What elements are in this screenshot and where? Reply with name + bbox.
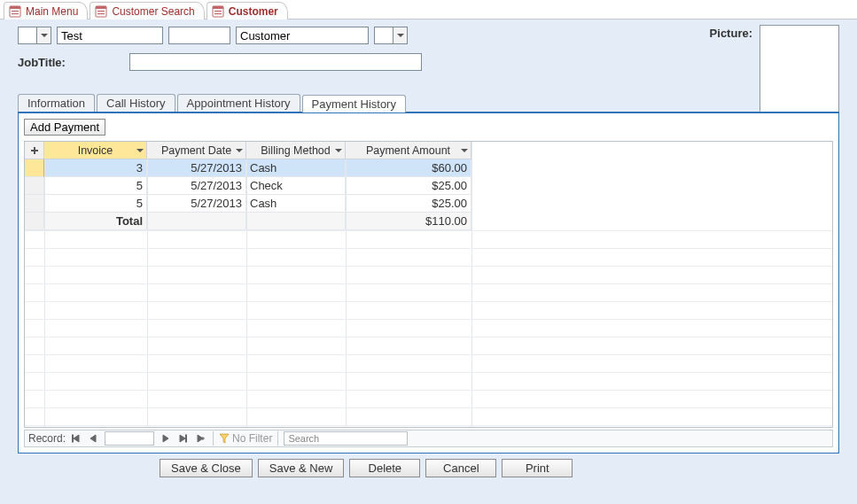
col-label: Billing Method [261, 144, 331, 157]
cell-amount[interactable]: $25.00 [346, 195, 471, 213]
grid-header-row: Invoice Payment Date Billing Method Paym… [25, 142, 832, 159]
nav-last-icon[interactable] [175, 431, 190, 446]
svg-marker-13 [397, 34, 404, 37]
nav-next-icon[interactable] [158, 431, 172, 446]
row-selector[interactable] [25, 195, 44, 213]
svg-marker-14 [31, 147, 38, 154]
detail-tabs: Information Call History Appointment His… [18, 94, 839, 454]
total-blank [246, 213, 346, 230]
funnel-icon [219, 433, 230, 444]
grid-body: 35/27/2013Cash$60.0055/27/2013Check$25.0… [25, 159, 832, 213]
col-invoice[interactable]: Invoice [44, 142, 147, 159]
cell-amount[interactable]: $60.00 [346, 159, 471, 177]
customer-form: Picture: JobTitle: Information Call Hist… [0, 19, 857, 504]
total-label: Total [44, 213, 147, 230]
nav-first-icon[interactable] [69, 431, 83, 446]
col-label: Payment Date [161, 144, 231, 157]
print-button[interactable]: Print [502, 459, 573, 477]
record-label: Record: [28, 432, 66, 445]
chevron-down-icon[interactable] [335, 144, 342, 157]
cancel-button[interactable]: Cancel [425, 459, 496, 477]
cell-amount[interactable]: $25.00 [346, 177, 471, 195]
window-tab-strip: Main Menu Customer Search Customer [0, 0, 857, 19]
col-billing-method[interactable]: Billing Method [246, 142, 346, 159]
svg-rect-6 [97, 11, 105, 12]
tab-customer[interactable]: Customer [206, 2, 288, 19]
table-row[interactable]: 35/27/2013Cash$60.00 [25, 159, 832, 177]
nav-prev-icon[interactable] [87, 431, 101, 446]
svg-rect-11 [214, 13, 222, 14]
title-combo[interactable] [18, 27, 51, 44]
title-input[interactable] [19, 27, 36, 43]
record-number-input[interactable] [105, 431, 154, 446]
chevron-down-icon[interactable] [236, 144, 243, 157]
total-amount: $110.00 [346, 213, 471, 230]
col-payment-date[interactable]: Payment Date [147, 142, 246, 159]
payment-history-pane: Add Payment Invoice [18, 112, 839, 454]
cell-method[interactable]: Check [246, 177, 346, 195]
last-name-input[interactable] [236, 27, 369, 44]
form-icon [212, 5, 224, 18]
tab-label: Main Menu [26, 5, 78, 18]
cell-invoice[interactable]: 5 [44, 177, 147, 195]
table-row[interactable]: 55/27/2013Check$25.00 [25, 177, 832, 195]
search-placeholder: Search [288, 433, 319, 444]
tab-appointment-history[interactable]: Appointment History [177, 94, 300, 112]
middle-name-input[interactable] [168, 27, 230, 44]
select-all-icon [31, 147, 38, 154]
svg-rect-24 [186, 435, 188, 442]
svg-rect-7 [97, 13, 105, 14]
cell-invoice[interactable]: 5 [44, 195, 147, 213]
chevron-down-icon[interactable] [136, 144, 144, 157]
picture-area: Picture: [710, 25, 839, 113]
payments-grid: Invoice Payment Date Billing Method Paym… [24, 141, 833, 428]
cell-method[interactable]: Cash [246, 159, 346, 177]
separator [213, 431, 214, 446]
record-search-input[interactable]: Search [284, 431, 408, 446]
jobtitle-label: JobTitle: [18, 56, 124, 69]
row-selector[interactable] [25, 213, 44, 230]
tab-label: Customer [229, 5, 278, 18]
row-selector-header[interactable] [25, 142, 44, 159]
grid-empty-area [25, 230, 832, 427]
record-navigator: Record: No Filter Search [24, 430, 833, 447]
save-new-button[interactable]: Save & New [258, 459, 345, 477]
tab-information[interactable]: Information [18, 94, 95, 112]
cell-invoice[interactable]: 3 [44, 159, 147, 177]
nav-new-icon[interactable] [193, 431, 207, 446]
table-row[interactable]: 55/27/2013Cash$25.00 [25, 195, 832, 213]
jobtitle-input[interactable] [129, 53, 422, 71]
svg-rect-5 [96, 6, 106, 9]
svg-marker-16 [236, 149, 243, 152]
suffix-input[interactable] [375, 27, 393, 43]
col-payment-amount[interactable]: Payment Amount [346, 142, 471, 159]
cell-date[interactable]: 5/27/2013 [147, 195, 246, 213]
suffix-combo[interactable] [374, 27, 408, 44]
row-selector[interactable] [25, 177, 44, 195]
chevron-down-icon[interactable] [393, 27, 407, 43]
tab-payment-history[interactable]: Payment History [302, 95, 406, 112]
cell-date[interactable]: 5/27/2013 [147, 177, 246, 195]
filter-indicator[interactable]: No Filter [219, 432, 272, 445]
row-selector[interactable] [25, 159, 44, 177]
svg-marker-17 [335, 149, 342, 152]
svg-marker-15 [136, 149, 144, 152]
svg-marker-21 [90, 435, 96, 442]
chevron-down-icon[interactable] [461, 144, 468, 157]
svg-rect-1 [10, 6, 20, 9]
delete-button[interactable]: Delete [349, 459, 420, 477]
tab-main-menu[interactable]: Main Menu [4, 2, 88, 19]
picture-label: Picture: [710, 25, 752, 40]
cell-method[interactable]: Cash [246, 195, 346, 213]
save-close-button[interactable]: Save & Close [160, 459, 253, 477]
add-payment-button[interactable]: Add Payment [24, 119, 105, 136]
col-label: Payment Amount [366, 144, 450, 157]
first-name-input[interactable] [57, 27, 163, 44]
chevron-down-icon[interactable] [36, 27, 51, 43]
svg-rect-2 [12, 11, 19, 12]
picture-frame[interactable] [760, 25, 839, 113]
tab-call-history[interactable]: Call History [97, 94, 175, 112]
tab-label: Payment History [312, 97, 396, 111]
cell-date[interactable]: 5/27/2013 [147, 159, 246, 177]
tab-customer-search[interactable]: Customer Search [90, 2, 204, 19]
